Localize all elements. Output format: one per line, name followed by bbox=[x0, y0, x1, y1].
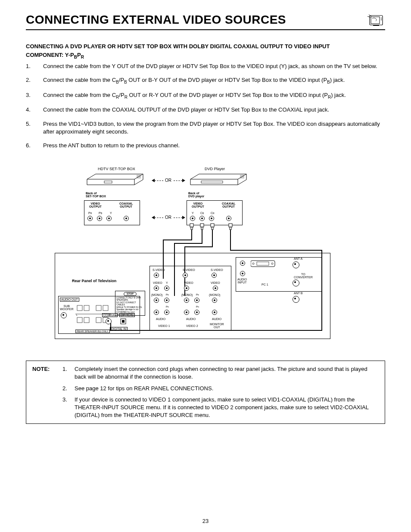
svg-rect-32 bbox=[257, 262, 269, 265]
page-title: CONNECTING EXTERNAL VIDEO SOURCES bbox=[26, 13, 286, 27]
svg-rect-1 bbox=[371, 17, 380, 24]
svg-rect-33 bbox=[77, 305, 82, 311]
note-2: See page 12 for tips on REAR PANEL CONNE… bbox=[62, 385, 379, 392]
connection-diagram: HDTV SET-TOP BOX DVD Player OR Back of S… bbox=[55, 167, 356, 348]
svg-rect-34 bbox=[84, 305, 89, 311]
step-3: Connect the cable from the CR/PR OUT or … bbox=[26, 91, 385, 100]
svg-point-3 bbox=[381, 19, 382, 20]
svg-point-2 bbox=[381, 18, 382, 19]
vga-port-icon bbox=[251, 260, 277, 268]
stop-warning: STOP CONNECT ONLY 8 OHM SPEAKERS. DO NOT… bbox=[115, 291, 145, 316]
step-4: Connect the cable from the COAXIAL OUTPU… bbox=[26, 106, 385, 114]
step-6: Press the ANT button to return to the pr… bbox=[26, 142, 385, 149]
note-box: NOTE: Completely insert the connection c… bbox=[26, 361, 385, 424]
svg-text:L: L bbox=[76, 314, 78, 316]
ant-b-jack bbox=[293, 296, 299, 303]
svg-rect-38 bbox=[84, 317, 89, 323]
page-number: 23 bbox=[0, 518, 411, 524]
svg-point-31 bbox=[271, 263, 273, 264]
tv-icon bbox=[367, 13, 385, 28]
note-1: Completely insert the connection cord pl… bbox=[62, 365, 379, 381]
title-underline bbox=[26, 29, 385, 30]
svg-rect-45 bbox=[122, 320, 125, 323]
note-label: NOTE: bbox=[32, 365, 62, 419]
svg-rect-4 bbox=[373, 25, 379, 26]
note-3: If your device is connected to VIDEO 1 c… bbox=[62, 396, 379, 420]
svg-point-30 bbox=[252, 263, 254, 264]
to-converter-jack bbox=[293, 280, 299, 286]
subwoofer-jack bbox=[61, 312, 67, 318]
step-1: Connect the cable from the Y OUT of the … bbox=[26, 62, 385, 70]
instruction-list: Connect the cable from the Y OUT of the … bbox=[26, 62, 385, 149]
svg-rect-37 bbox=[77, 317, 82, 323]
svg-rect-39 bbox=[96, 317, 101, 323]
ant-a-jack bbox=[293, 261, 299, 268]
rear-panel-label: Rear Panel of Television bbox=[72, 279, 116, 283]
svg-rect-36 bbox=[103, 305, 108, 311]
section-heading: CONNECTING A DVD PLAYER OR HDTV SET TOP … bbox=[26, 42, 385, 60]
step-5: Press the VID1~VID3 button, to view the … bbox=[26, 120, 385, 136]
step-2: Connect the cable from the CB/PB OUT or … bbox=[26, 76, 385, 85]
svg-rect-35 bbox=[96, 305, 101, 311]
coaxial-in-jack bbox=[106, 318, 112, 324]
note-list: Completely insert the connection cord pl… bbox=[62, 365, 379, 419]
svg-rect-29 bbox=[251, 261, 275, 267]
